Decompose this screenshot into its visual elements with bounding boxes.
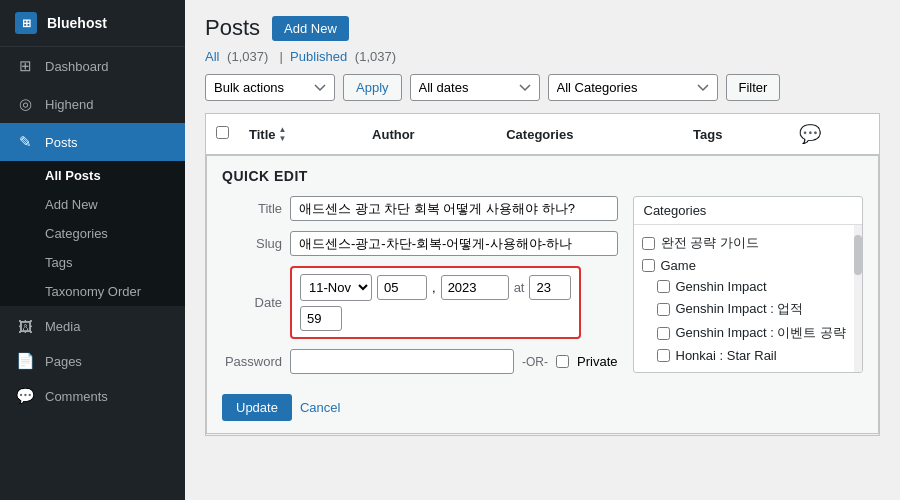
- all-posts-link[interactable]: All: [205, 49, 219, 64]
- date-label: Date: [222, 295, 282, 310]
- main-content: Posts Add New All (1,037) | Published (1…: [185, 0, 900, 500]
- quick-edit-content: Title Slug: [222, 196, 863, 421]
- filter-button[interactable]: Filter: [726, 74, 781, 101]
- date-highlight-box: 11-Nov , at: [290, 266, 581, 339]
- posts-icon: ✎: [15, 132, 35, 152]
- quick-edit-row: QUICK EDIT Title: [206, 155, 879, 435]
- cat-checkbox-3[interactable]: [657, 303, 670, 316]
- checkbox-header[interactable]: [206, 114, 239, 155]
- quick-edit-actions: Update Cancel: [222, 394, 618, 421]
- title-label: Title: [222, 201, 282, 216]
- sidebar-logo-label: Bluehost: [47, 15, 107, 31]
- quick-edit-right: Categories 완전 공략 가이드: [633, 196, 864, 421]
- sidebar: ⊞ Bluehost ⊞ Dashboard ◎ Highend ✎ Posts…: [0, 0, 185, 500]
- submenu-taxonomy-order[interactable]: Taxonomy Order: [0, 277, 185, 306]
- view-links: All (1,037) | Published (1,037): [205, 49, 880, 64]
- cat-checkbox-1[interactable]: [642, 259, 655, 272]
- page-title: Posts: [205, 15, 260, 41]
- categories-scrollbar[interactable]: [854, 225, 862, 372]
- cat-checkbox-4[interactable]: [657, 327, 670, 340]
- cat-item-2[interactable]: Genshin Impact: [642, 276, 847, 297]
- quick-edit-panel: QUICK EDIT Title: [206, 155, 879, 434]
- dashboard-icon: ⊞: [15, 56, 35, 76]
- bulk-actions-select[interactable]: Bulk actions: [205, 74, 335, 101]
- private-checkbox[interactable]: [556, 355, 569, 368]
- select-all-checkbox[interactable]: [216, 126, 229, 139]
- posts-table: Title ▲▼ Author Categories Tags 💬: [206, 114, 879, 435]
- sidebar-comments-label: Comments: [45, 389, 108, 404]
- update-button[interactable]: Update: [222, 394, 292, 421]
- hour-input[interactable]: [529, 275, 571, 300]
- slug-input[interactable]: [290, 231, 618, 256]
- year-input[interactable]: [441, 275, 509, 300]
- cat-checkbox-0[interactable]: [642, 237, 655, 250]
- cat-label-1: Game: [661, 258, 696, 273]
- submenu-tags[interactable]: Tags: [0, 248, 185, 277]
- sidebar-media-label: Media: [45, 319, 80, 334]
- submenu-categories[interactable]: Categories: [0, 219, 185, 248]
- submenu-add-new[interactable]: Add New: [0, 190, 185, 219]
- categories-column-header[interactable]: Categories: [496, 114, 683, 155]
- cat-item-1[interactable]: Game: [642, 255, 847, 276]
- password-label: Password: [222, 354, 282, 369]
- add-new-button[interactable]: Add New: [272, 16, 349, 41]
- sidebar-item-dashboard-label: Dashboard: [45, 59, 109, 74]
- comments-column-header: 💬: [789, 114, 879, 155]
- sidebar-pages-label: Pages: [45, 354, 82, 369]
- sidebar-item-comments[interactable]: 💬 Comments: [0, 376, 185, 411]
- author-column-header[interactable]: Author: [362, 114, 496, 155]
- apply-button[interactable]: Apply: [343, 74, 402, 101]
- at-label: at: [514, 280, 525, 295]
- sidebar-item-media[interactable]: 🖼 Media: [0, 306, 185, 341]
- published-count: (1,037): [355, 49, 396, 64]
- all-count: (1,037): [227, 49, 268, 64]
- cat-checkbox-2[interactable]: [657, 280, 670, 293]
- date-field: Date 11-Nov: [222, 266, 618, 339]
- cat-label-5: Honkai : Star Rail: [676, 348, 777, 363]
- month-select[interactable]: 11-Nov: [300, 274, 372, 301]
- slug-field: Slug: [222, 231, 618, 256]
- sidebar-item-highend-label: Highend: [45, 97, 93, 112]
- categories-list: 완전 공략 가이드 Game: [634, 225, 855, 372]
- page-title-row: Posts Add New: [205, 15, 880, 41]
- day-input[interactable]: [377, 275, 427, 300]
- cat-checkbox-5[interactable]: [657, 349, 670, 362]
- date-row-1: 11-Nov , at: [300, 274, 571, 301]
- sidebar-item-posts-label: Posts: [45, 135, 78, 150]
- password-input[interactable]: [290, 349, 514, 374]
- sidebar-item-highend[interactable]: ◎ Highend: [0, 85, 185, 123]
- slug-label: Slug: [222, 236, 282, 251]
- cats-scroll-area: 완전 공략 가이드 Game: [634, 225, 863, 372]
- tags-column-header[interactable]: Tags: [683, 114, 789, 155]
- minute-input[interactable]: [300, 306, 342, 331]
- cat-item-4[interactable]: Genshin Impact : 이벤트 공략: [642, 321, 847, 345]
- cat-item-5[interactable]: Honkai : Star Rail: [642, 345, 847, 366]
- cat-item-0[interactable]: 완전 공략 가이드: [642, 231, 847, 255]
- pages-icon: 📄: [15, 351, 35, 371]
- toolbar: Bulk actions Apply All dates All Categor…: [205, 74, 880, 101]
- password-field-row: Password -OR- Private: [222, 349, 618, 374]
- cancel-button[interactable]: Cancel: [300, 394, 340, 421]
- comments-icon: 💬: [15, 386, 35, 406]
- cat-item-3[interactable]: Genshin Impact : 업적: [642, 297, 847, 321]
- posts-submenu: All Posts Add New Categories Tags Taxono…: [0, 161, 185, 306]
- comment-bubble-icon: 💬: [799, 124, 821, 144]
- published-link[interactable]: Published: [290, 49, 347, 64]
- categories-select[interactable]: All Categories: [548, 74, 718, 101]
- title-column-header[interactable]: Title ▲▼: [239, 114, 362, 155]
- sidebar-item-posts[interactable]: ✎ Posts: [0, 123, 185, 161]
- categories-panel: Categories 완전 공략 가이드: [633, 196, 864, 373]
- or-text: -OR-: [522, 355, 548, 369]
- categories-scrollbar-thumb: [854, 235, 862, 275]
- date-row-2: [300, 306, 571, 331]
- title-field: Title: [222, 196, 618, 221]
- highend-icon: ◎: [15, 94, 35, 114]
- sidebar-item-pages[interactable]: 📄 Pages: [0, 341, 185, 376]
- sidebar-item-dashboard[interactable]: ⊞ Dashboard: [0, 47, 185, 85]
- quick-edit-cell: QUICK EDIT Title: [206, 155, 879, 435]
- quick-edit-header: QUICK EDIT: [222, 168, 863, 184]
- media-icon: 🖼: [15, 316, 35, 336]
- title-input[interactable]: [290, 196, 618, 221]
- dates-select[interactable]: All dates: [410, 74, 540, 101]
- submenu-all-posts[interactable]: All Posts: [0, 161, 185, 190]
